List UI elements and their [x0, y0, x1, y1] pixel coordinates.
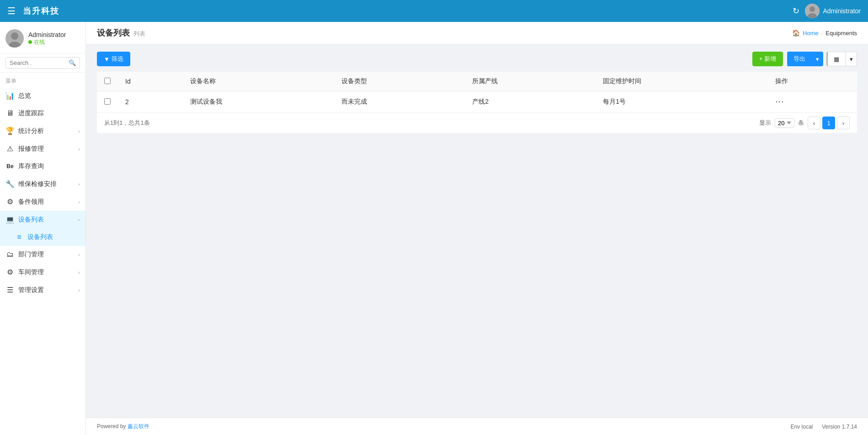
settings-icon: ☰	[5, 286, 15, 294]
header-user[interactable]: Administrator	[805, 4, 861, 18]
sidebar-item-equipment-list[interactable]: ≡ 设备列表	[0, 228, 85, 246]
cell-action: ⋮	[768, 91, 857, 113]
repair-icon: ⚠	[5, 144, 15, 153]
columns-button-group: ▦ ▾	[827, 52, 857, 66]
equipment-icon: 💻	[5, 215, 15, 224]
page-1-button[interactable]: 1	[822, 117, 835, 129]
svg-point-4	[11, 32, 18, 40]
menu-toggle-icon[interactable]: ☰	[7, 5, 16, 16]
powered-by-text: Powered by	[97, 423, 128, 430]
refresh-icon[interactable]: ↻	[793, 6, 799, 16]
chevron-right-icon: ›	[78, 252, 80, 257]
chevron-down-icon: ›	[76, 219, 82, 221]
equipment-table: Id 设备名称 设备类型 所属产线 固定维护时间 操作	[97, 72, 857, 112]
sidebar-item-equipment[interactable]: 💻 设备列表 ›	[0, 211, 85, 228]
sidebar-user-details: Administrator 在线	[28, 31, 66, 46]
footer-env: Env local	[791, 424, 813, 430]
pagination-info: 从1到1，总共1条	[104, 119, 150, 127]
workshop-icon: ⚙	[5, 268, 15, 276]
columns-button[interactable]: ▦	[827, 52, 846, 66]
sidebar-item-parts[interactable]: ⚙ 备件领用 ›	[0, 193, 85, 211]
app-header: ☰ 当升科技 ↻ Administrator	[0, 0, 868, 22]
action-menu-button[interactable]: ⋮	[775, 98, 785, 106]
progress-icon: 🖥	[5, 109, 15, 117]
sidebar-item-progress[interactable]: 🖥 进度跟踪	[0, 105, 85, 122]
sidebar-user-info: Administrator 在线	[0, 22, 85, 53]
footer-right: Env local Version 1.7.14	[791, 424, 857, 430]
inventory-icon: Be	[5, 163, 15, 170]
sidebar-item-label: 车间管理	[18, 268, 75, 276]
row-checkbox-cell	[97, 91, 118, 113]
col-name: 设备名称	[183, 72, 334, 91]
page-subtitle: 列表	[133, 30, 145, 38]
page-title: 设备列表	[97, 27, 130, 38]
parts-icon: ⚙	[5, 197, 15, 206]
export-arrow-button[interactable]: ▾	[812, 52, 823, 66]
sidebar-item-label: 库存查询	[18, 162, 80, 170]
chevron-right-icon: ›	[78, 287, 80, 293]
page-size-select[interactable]: 10 20 50	[775, 118, 794, 128]
home-icon: 🏠	[792, 29, 800, 37]
filter-icon: ▼	[104, 56, 110, 63]
sidebar-item-label: 统计分析	[18, 127, 75, 135]
new-button[interactable]: + 新增	[752, 52, 783, 66]
list-icon: ≡	[15, 233, 24, 241]
sidebar-item-department[interactable]: 🗂 部门管理 ›	[0, 246, 85, 263]
chevron-right-icon: ›	[78, 270, 80, 275]
search-input-wrap[interactable]: 🔍	[5, 57, 80, 69]
columns-icon: ▦	[834, 56, 839, 63]
col-id: Id	[118, 72, 183, 91]
chevron-right-icon: ›	[78, 146, 80, 152]
chevron-right-icon: ›	[78, 199, 80, 205]
row-checkbox[interactable]	[104, 98, 111, 105]
breadcrumb-home[interactable]: Home	[803, 30, 819, 37]
footer-link[interactable]: 鑫云软件	[128, 423, 149, 430]
next-page-button[interactable]: ›	[837, 117, 850, 129]
select-all-checkbox[interactable]	[104, 78, 111, 84]
cell-id: 2	[118, 91, 183, 113]
prev-page-button[interactable]: ‹	[808, 117, 820, 129]
sidebar-item-stats[interactable]: 🏆 统计分析 ›	[0, 122, 85, 140]
table-header-row: Id 设备名称 设备类型 所属产线 固定维护时间 操作	[97, 72, 857, 91]
sidebar-item-repair[interactable]: ⚠ 报修管理 ›	[0, 140, 85, 158]
sidebar-item-inventory[interactable]: Be 库存查询	[0, 158, 85, 175]
breadcrumb-current: Equipments	[825, 30, 857, 37]
sidebar-item-label: 备件领用	[18, 198, 75, 206]
columns-arrow-button[interactable]: ▾	[846, 52, 857, 66]
sidebar-item-maintenance[interactable]: 🔧 维保检修安排 ›	[0, 175, 85, 193]
main-layout: Administrator 在线 🔍 菜单 📊 总览 🖥 进度跟踪	[0, 22, 868, 435]
sidebar-item-settings[interactable]: ☰ 管理设置 ›	[0, 281, 85, 299]
sidebar-item-dashboard[interactable]: 📊 总览	[0, 87, 85, 105]
cell-maintenance: 每月1号	[596, 91, 768, 113]
department-icon: 🗂	[5, 250, 15, 259]
pagination-pages: ‹ 1 ›	[808, 117, 850, 129]
sidebar-item-label: 报修管理	[18, 145, 75, 153]
toolbar-left: ▼ 筛选	[97, 52, 130, 66]
search-input[interactable]	[10, 59, 66, 66]
breadcrumb: 🏠 Home / Equipments	[792, 29, 857, 37]
col-action: 操作	[768, 72, 857, 91]
pagination-controls: 显示 10 20 50 条 ‹ 1 ›	[759, 117, 850, 129]
sidebar-item-label: 维保检修安排	[18, 180, 75, 188]
col-type: 设备类型	[334, 72, 465, 91]
maintenance-icon: 🔧	[5, 180, 15, 188]
export-button-group: 导出 ▾	[787, 52, 823, 66]
avatar	[805, 4, 820, 18]
page-title-area: 设备列表 列表	[97, 27, 145, 38]
checkbox-column-header	[97, 72, 118, 91]
sidebar-section-label: 菜单	[0, 73, 85, 87]
sidebar-item-label: 设备列表	[27, 233, 80, 241]
filter-button[interactable]: ▼ 筛选	[97, 52, 130, 66]
export-button[interactable]: 导出	[787, 52, 812, 66]
svg-point-1	[809, 6, 815, 12]
table-row: 2 测试设备我 而未完成 产线2 每月1号 ⋮	[97, 91, 857, 113]
sidebar-item-label: 管理设置	[18, 286, 75, 294]
chevron-right-icon: ›	[78, 128, 80, 134]
header-username: Administrator	[823, 7, 861, 15]
sidebar-status: 在线	[28, 38, 66, 46]
table-container: Id 设备名称 设备类型 所属产线 固定维护时间 操作	[97, 72, 857, 133]
sidebar-item-label: 总览	[18, 92, 80, 100]
display-label: 显示	[759, 119, 771, 127]
sidebar-avatar	[5, 29, 24, 48]
sidebar-item-workshop[interactable]: ⚙ 车间管理 ›	[0, 263, 85, 281]
